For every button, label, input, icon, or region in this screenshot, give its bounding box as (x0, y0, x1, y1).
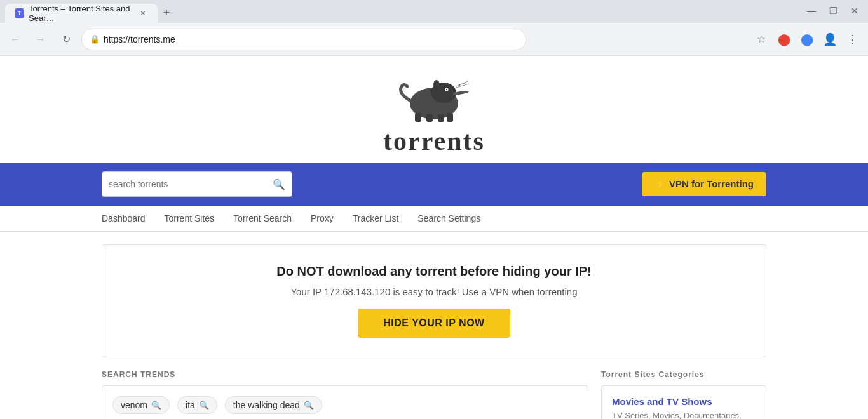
lock-icon: 🔒 (90, 34, 100, 44)
sidebar-box: Movies and TV Shows TV Series, Movies, D… (601, 385, 766, 419)
svg-rect-7 (438, 114, 444, 122)
nav-proxy[interactable]: Proxy (311, 213, 334, 223)
menu-button[interactable]: ⋮ (843, 29, 863, 50)
tab-favicon: T (15, 8, 24, 18)
trend-item[interactable]: ita 🔍 (177, 396, 217, 414)
category-desc: TV Series, Movies, Documentaries, HD, 3D (612, 411, 756, 419)
sidebar-title: Torrent Sites Categories (601, 370, 766, 379)
trends-box: venom 🔍 ita 🔍 the walking dead 🔍 (102, 385, 588, 419)
trend-search-icon: 🔍 (151, 401, 161, 410)
window-controls: — ❐ ✕ (803, 3, 863, 23)
warning-box: Do NOT download any torrent before hidin… (102, 244, 766, 357)
site-logo (396, 69, 472, 126)
nav-dashboard[interactable]: Dashboard (102, 213, 146, 223)
maximize-button[interactable]: ❐ (825, 3, 841, 19)
forward-button[interactable]: → (31, 29, 51, 50)
trends-title: SEARCH TRENDS (102, 370, 588, 379)
nav-search-settings[interactable]: Search Settings (417, 213, 480, 223)
nav-torrent-sites[interactable]: Torrent Sites (165, 213, 215, 223)
trends-main: SEARCH TRENDS venom 🔍 ita 🔍 the walking … (102, 370, 588, 419)
svg-rect-8 (447, 113, 453, 122)
logo-area: torrents (383, 69, 485, 156)
svg-point-9 (447, 88, 448, 90)
address-bar: ← → ↻ 🔒 https://torrents.me ☆ ⬤ ⬤ 👤 ⋮ (0, 23, 868, 56)
search-submit-button[interactable]: 🔍 (273, 178, 285, 190)
nav-menu: Dashboard Torrent Sites Torrent Search P… (0, 206, 868, 232)
chrome-icon-1[interactable]: ⬤ (774, 29, 794, 50)
trend-label: the walking dead (233, 400, 300, 410)
minimize-button[interactable]: — (803, 3, 820, 19)
search-box[interactable]: 🔍 (102, 171, 292, 197)
warning-subtitle: Your IP 172.68.143.120 is easy to track!… (115, 286, 753, 297)
chrome-icon-2[interactable]: ⬤ (797, 29, 817, 50)
hide-ip-button[interactable]: HIDE YOUR IP NOW (358, 309, 510, 338)
new-tab-button[interactable]: + (158, 4, 175, 22)
site-title: torrents (383, 126, 485, 156)
svg-line-13 (456, 81, 468, 86)
close-button[interactable]: ✕ (846, 3, 863, 19)
hide-ip-label: HIDE YOUR IP NOW (383, 317, 484, 328)
url-input[interactable]: 🔒 https://torrents.me (81, 29, 526, 50)
trend-item[interactable]: the walking dead 🔍 (225, 396, 322, 414)
trend-label: venom (121, 400, 147, 410)
reload-button[interactable]: ↻ (56, 29, 76, 50)
url-text: https://torrents.me (104, 34, 175, 44)
page-content: torrents 🔍 ⚡ VPN for Torrenting Dashboar… (0, 56, 868, 419)
site-header: torrents (0, 56, 868, 163)
search-section: 🔍 ⚡ VPN for Torrenting (0, 163, 868, 206)
profile-button[interactable]: 👤 (820, 29, 840, 50)
warning-title: Do NOT download any torrent before hidin… (115, 264, 753, 279)
active-tab[interactable]: T Torrents – Torrent Sites and Sear… ✕ (5, 4, 158, 23)
svg-point-4 (433, 80, 440, 90)
svg-rect-6 (426, 114, 433, 122)
trend-item[interactable]: venom 🔍 (112, 396, 170, 414)
back-button[interactable]: ← (5, 29, 25, 50)
nav-tracker-list[interactable]: Tracker List (353, 213, 399, 223)
trend-search-icon: 🔍 (304, 401, 314, 410)
vpn-button-label: ⚡ VPN for Torrenting (654, 178, 754, 190)
category-movies-tv[interactable]: Movies and TV Shows (612, 396, 756, 407)
sidebar: Torrent Sites Categories Movies and TV S… (601, 370, 766, 419)
vpn-button[interactable]: ⚡ VPN for Torrenting (642, 172, 766, 196)
svg-rect-5 (415, 113, 421, 122)
trends-section: SEARCH TRENDS venom 🔍 ita 🔍 the walking … (0, 370, 868, 419)
search-input[interactable] (109, 179, 273, 189)
toolbar-right: ☆ ⬤ ⬤ 👤 ⋮ (751, 29, 863, 50)
bookmark-button[interactable]: ☆ (751, 29, 771, 50)
tab-title: Torrents – Torrent Sites and Sear… (29, 4, 134, 23)
trend-label: ita (186, 400, 195, 410)
trend-search-icon: 🔍 (199, 401, 209, 410)
nav-torrent-search[interactable]: Torrent Search (233, 213, 292, 223)
tab-close-button[interactable]: ✕ (139, 8, 147, 18)
